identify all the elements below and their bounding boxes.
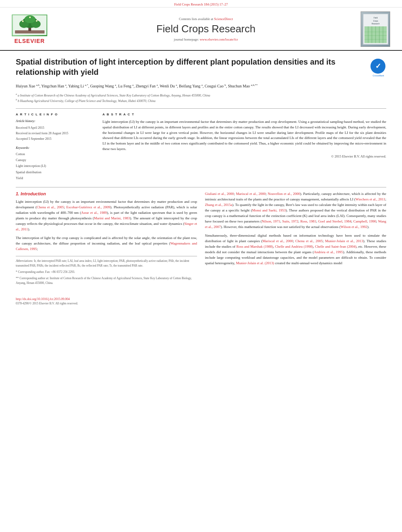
cite-chelle-2004[interactable]: Chelle and Saint-Jean (2004)	[315, 245, 356, 248]
cite-singer-2011[interactable]: Singer et al., 2011	[16, 222, 197, 231]
page: Field Crops Research 184 (2015) 17–27	[0, 0, 402, 532]
intro-heading: 1. Introduction	[16, 191, 197, 196]
cite-giuliani-2000[interactable]: Giuliani et al., 2000	[205, 192, 234, 196]
received-date: Received 9 April 2015	[16, 125, 95, 131]
svg-point-8	[36, 20, 37, 22]
journal-title-header: Field Crops Research	[59, 23, 353, 35]
cite-monsi-1953[interactable]: Monsi and Saeki, 1953	[252, 208, 285, 212]
divider-1	[16, 108, 386, 109]
article-title-section: Spatial distribution of light intercepti…	[16, 57, 386, 79]
elsevier-logo: ELSEVIER	[8, 15, 51, 44]
keyword-4: Spatial distribution	[16, 169, 95, 175]
main-content: Spatial distribution of light intercepti…	[0, 51, 402, 291]
abstract-column: A B S T R A C T Light interception (LI) …	[102, 113, 386, 182]
cite-goel-1984[interactable]: Goel and Strebel, 1984	[318, 219, 351, 223]
accepted-date: Accepted 5 September 2015	[16, 136, 95, 142]
intro-para-2: The interception of light by the crop ca…	[16, 235, 197, 252]
keywords-list: Cotton Canopy Light interception (LI) Sp…	[16, 151, 95, 181]
abstract-text: Light interception (LI) by the canopy is…	[102, 119, 386, 152]
svg-text:Research: Research	[371, 23, 379, 25]
authors: Huiyun Xue a,b, Yingchun Han a, Yabing L…	[16, 83, 386, 89]
received-revised-date: Received in revised form 28 August 2015	[16, 131, 95, 136]
keyword-1: Cotton	[16, 151, 95, 157]
body-col-left: 1. Introduction Light interception (LI) …	[16, 191, 197, 285]
divider-2	[16, 187, 386, 187]
journal-reference-bar: Field Crops Research 184 (2015) 17–27	[0, 0, 402, 7]
cite-zhang-2015a[interactable]: Zhang et al., 2015a	[205, 203, 232, 207]
cite-asrar-1989[interactable]: Asrar et al., 1989	[81, 211, 107, 215]
cite-wagenmakers-1995[interactable]: Wagenmakers and Callesen, 1995	[16, 241, 197, 251]
cite-suits-1972[interactable]: Suits, 1972	[282, 219, 298, 223]
journal-thumbnail: Field Crops Research	[361, 11, 390, 47]
intro-para-right-1: Giuliani et al., 2000; Mariscal et al., …	[205, 191, 386, 230]
svg-point-7	[22, 20, 24, 22]
affiliation-b: b b Huazhong Agricultural University, Co…	[16, 98, 386, 104]
cite-mariscal-2000b[interactable]: Mariscal et al., 2000	[262, 239, 293, 243]
elsevier-logo-image	[12, 15, 47, 36]
body-section: 1. Introduction Light interception (LI) …	[16, 191, 386, 285]
cite-mariscal-2000[interactable]: Mariscal et al., 2000	[236, 192, 266, 196]
article-history-label: Article history:	[16, 119, 95, 123]
affiliations: a a Institute of Cotton Research of the …	[16, 93, 386, 103]
svg-text:Crops: Crops	[373, 20, 378, 22]
svg-point-9	[29, 17, 31, 18]
journal-center: Contents lists available at ScienceDirec…	[51, 17, 361, 41]
article-title: Spatial distribution of light intercepti…	[16, 57, 365, 77]
cite-ross-1988[interactable]: Ross and Marshak (1988)	[236, 245, 273, 248]
keywords-section: Keywords: Cotton Canopy Light intercepti…	[16, 146, 95, 181]
cite-nouvellon-2000[interactable]: Nouvellon et al., 2000	[268, 192, 300, 196]
copyright-notice: © 2015 Elsevier B.V. All rights reserved…	[102, 154, 386, 158]
article-info-column: A R T I C L E I N F O Article history: R…	[16, 113, 95, 182]
article-dates: Received 9 April 2015 Received in revise…	[16, 125, 95, 142]
footnote-abbreviations: Abbreviations: Ir, the intercepted PAR r…	[16, 259, 197, 268]
sciencedirect-link[interactable]: ScienceDirect	[214, 17, 233, 21]
doi-link[interactable]: http://dx.doi.org/10.1016/j.fcr.2015.09.…	[16, 297, 386, 301]
cite-nilson-1971[interactable]: Nilson, 1971	[262, 219, 280, 223]
affiliation-a: a a Institute of Cotton Research of the …	[16, 93, 386, 98]
cite-wilson-1992[interactable]: Wilson et al., 1992	[341, 225, 367, 229]
body-col-right: Giuliani et al., 2000; Mariscal et al., …	[205, 191, 386, 285]
keywords-label: Keywords:	[16, 146, 95, 150]
intro-para-right-2: Simultaneously, three-dimensional digita…	[205, 233, 386, 266]
cite-chenu-2005b[interactable]: Chenu et al., 2005	[295, 239, 322, 243]
author-list: Huiyun Xue a,b, Yingchun Han a, Yabing L…	[16, 84, 258, 88]
cite-munier-2013[interactable]: Munier-Jolain et al., 2013	[325, 239, 363, 243]
cite-chenu-2005[interactable]: Chenu et al., 2005	[37, 205, 64, 209]
footnotes: Abbreviations: Ir, the intercepted PAR r…	[16, 256, 197, 285]
keyword-5: Yield	[16, 175, 95, 181]
article-info-abstract: A R T I C L E I N F O Article history: R…	[16, 113, 386, 182]
article-info-heading: A R T I C L E I N F O	[16, 113, 95, 116]
footnote-corresponding-2: ** Corresponding author at: Institute of…	[16, 276, 197, 285]
keyword-2: Canopy	[16, 157, 95, 163]
footnote-corresponding-1: * Corresponding author. Fax: +86 0372 25…	[16, 270, 197, 274]
cite-campbell-1990[interactable]: Campbell, 1990	[353, 219, 376, 223]
cite-wiechers-2011[interactable]: Wiechers et al., 2011	[355, 197, 385, 201]
elsevier-wordmark: ELSEVIER	[14, 38, 45, 44]
page-footer: http://dx.doi.org/10.1016/j.fcr.2015.09.…	[0, 297, 402, 305]
svg-text:Field: Field	[373, 17, 378, 19]
crossmark-logo: ✓ CrossMark	[370, 59, 386, 74]
journal-homepage-link[interactable]: www.elsevier.com/locate/fcr	[200, 37, 238, 41]
issn: 0378-4290/© 2015 Elsevier B.V. All right…	[16, 302, 386, 305]
body-two-col: 1. Introduction Light interception (LI) …	[16, 191, 386, 285]
cite-munier-2013b[interactable]: Munier-Jolain et al. (2013)	[236, 261, 274, 265]
cite-escobar-2009[interactable]: Escobar-Gutiérrez et al., 2009	[66, 205, 110, 209]
journal-header: ELSEVIER Contents lists available at Sci…	[0, 7, 402, 51]
intro-para-1: Light interception (LI) by the canopy is…	[16, 199, 197, 232]
cite-ross-1981[interactable]: Ross, 1981	[300, 219, 316, 223]
keyword-3: Light interception (LI)	[16, 163, 95, 169]
cite-chelle-1998[interactable]: Chelle and Andrieu (1998)	[275, 245, 313, 248]
contents-line: Contents lists available at ScienceDirec…	[59, 17, 353, 21]
cite-marini-1983[interactable]: Marini and Marini, 1983	[94, 216, 130, 220]
journal-homepage: journal homepage: www.elsevier.com/locat…	[59, 37, 353, 41]
journal-reference: Field Crops Research 184 (2015) 17–27	[174, 2, 228, 6]
abstract-heading: A B S T R A C T	[102, 113, 386, 116]
cite-andrieu-1995[interactable]: Andrieu et al., 1995	[314, 250, 343, 254]
crossmark-icon: ✓	[370, 59, 385, 74]
